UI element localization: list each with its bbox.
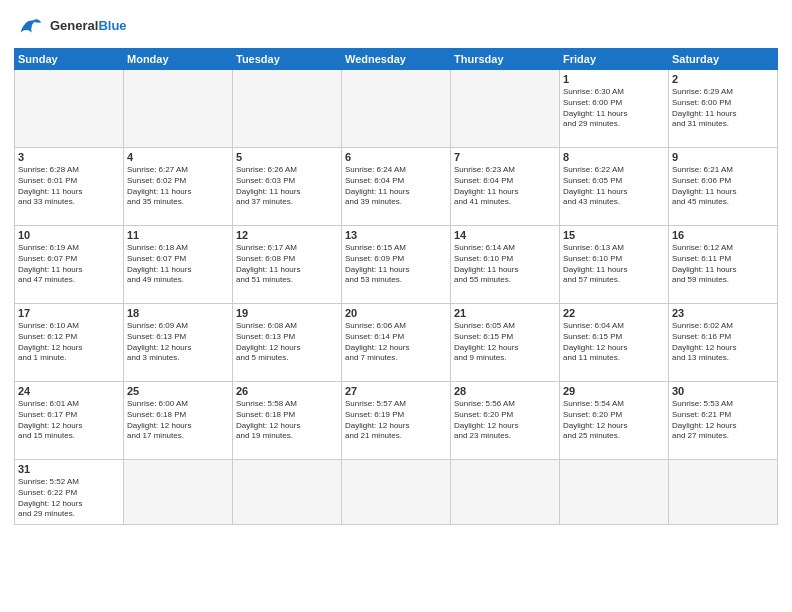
- day-info: Sunrise: 6:21 AM Sunset: 6:06 PM Dayligh…: [672, 165, 774, 208]
- calendar-cell: 22Sunrise: 6:04 AM Sunset: 6:15 PM Dayli…: [560, 304, 669, 382]
- day-info: Sunrise: 6:24 AM Sunset: 6:04 PM Dayligh…: [345, 165, 447, 208]
- day-info: Sunrise: 6:14 AM Sunset: 6:10 PM Dayligh…: [454, 243, 556, 286]
- calendar-header: SundayMondayTuesdayWednesdayThursdayFrid…: [15, 49, 778, 70]
- calendar-cell: 31Sunrise: 5:52 AM Sunset: 6:22 PM Dayli…: [15, 460, 124, 525]
- calendar-cell: 26Sunrise: 5:58 AM Sunset: 6:18 PM Dayli…: [233, 382, 342, 460]
- day-number: 21: [454, 307, 556, 319]
- calendar-cell: [560, 460, 669, 525]
- calendar-row: 1Sunrise: 6:30 AM Sunset: 6:00 PM Daylig…: [15, 70, 778, 148]
- day-number: 10: [18, 229, 120, 241]
- day-number: 22: [563, 307, 665, 319]
- weekday-header: Wednesday: [342, 49, 451, 70]
- calendar-cell: 19Sunrise: 6:08 AM Sunset: 6:13 PM Dayli…: [233, 304, 342, 382]
- day-info: Sunrise: 6:00 AM Sunset: 6:18 PM Dayligh…: [127, 399, 229, 442]
- day-info: Sunrise: 5:56 AM Sunset: 6:20 PM Dayligh…: [454, 399, 556, 442]
- day-number: 6: [345, 151, 447, 163]
- calendar-cell: 17Sunrise: 6:10 AM Sunset: 6:12 PM Dayli…: [15, 304, 124, 382]
- day-info: Sunrise: 6:02 AM Sunset: 6:16 PM Dayligh…: [672, 321, 774, 364]
- day-number: 23: [672, 307, 774, 319]
- calendar-cell: [124, 70, 233, 148]
- day-info: Sunrise: 5:52 AM Sunset: 6:22 PM Dayligh…: [18, 477, 120, 520]
- weekday-header: Saturday: [669, 49, 778, 70]
- day-info: Sunrise: 6:27 AM Sunset: 6:02 PM Dayligh…: [127, 165, 229, 208]
- day-number: 30: [672, 385, 774, 397]
- day-number: 19: [236, 307, 338, 319]
- calendar-cell: [342, 460, 451, 525]
- day-info: Sunrise: 6:18 AM Sunset: 6:07 PM Dayligh…: [127, 243, 229, 286]
- day-number: 4: [127, 151, 229, 163]
- header-row: SundayMondayTuesdayWednesdayThursdayFrid…: [15, 49, 778, 70]
- day-info: Sunrise: 6:30 AM Sunset: 6:00 PM Dayligh…: [563, 87, 665, 130]
- day-number: 28: [454, 385, 556, 397]
- day-info: Sunrise: 6:05 AM Sunset: 6:15 PM Dayligh…: [454, 321, 556, 364]
- day-info: Sunrise: 6:28 AM Sunset: 6:01 PM Dayligh…: [18, 165, 120, 208]
- day-number: 26: [236, 385, 338, 397]
- day-info: Sunrise: 6:15 AM Sunset: 6:09 PM Dayligh…: [345, 243, 447, 286]
- calendar-body: 1Sunrise: 6:30 AM Sunset: 6:00 PM Daylig…: [15, 70, 778, 525]
- day-number: 14: [454, 229, 556, 241]
- weekday-header: Monday: [124, 49, 233, 70]
- day-number: 5: [236, 151, 338, 163]
- calendar-table: SundayMondayTuesdayWednesdayThursdayFrid…: [14, 48, 778, 525]
- day-number: 1: [563, 73, 665, 85]
- day-info: Sunrise: 6:04 AM Sunset: 6:15 PM Dayligh…: [563, 321, 665, 364]
- logo: GeneralBlue: [14, 10, 127, 42]
- calendar-cell: [124, 460, 233, 525]
- calendar-cell: [233, 460, 342, 525]
- day-info: Sunrise: 6:19 AM Sunset: 6:07 PM Dayligh…: [18, 243, 120, 286]
- calendar-cell: 8Sunrise: 6:22 AM Sunset: 6:05 PM Daylig…: [560, 148, 669, 226]
- day-number: 31: [18, 463, 120, 475]
- calendar-row: 24Sunrise: 6:01 AM Sunset: 6:17 PM Dayli…: [15, 382, 778, 460]
- calendar-cell: 7Sunrise: 6:23 AM Sunset: 6:04 PM Daylig…: [451, 148, 560, 226]
- weekday-header: Tuesday: [233, 49, 342, 70]
- day-number: 11: [127, 229, 229, 241]
- calendar-row: 3Sunrise: 6:28 AM Sunset: 6:01 PM Daylig…: [15, 148, 778, 226]
- calendar-cell: [342, 70, 451, 148]
- day-number: 24: [18, 385, 120, 397]
- calendar-row: 17Sunrise: 6:10 AM Sunset: 6:12 PM Dayli…: [15, 304, 778, 382]
- calendar-cell: 23Sunrise: 6:02 AM Sunset: 6:16 PM Dayli…: [669, 304, 778, 382]
- day-info: Sunrise: 6:23 AM Sunset: 6:04 PM Dayligh…: [454, 165, 556, 208]
- calendar-cell: 25Sunrise: 6:00 AM Sunset: 6:18 PM Dayli…: [124, 382, 233, 460]
- day-number: 17: [18, 307, 120, 319]
- day-info: Sunrise: 6:12 AM Sunset: 6:11 PM Dayligh…: [672, 243, 774, 286]
- calendar-cell: 24Sunrise: 6:01 AM Sunset: 6:17 PM Dayli…: [15, 382, 124, 460]
- day-info: Sunrise: 6:17 AM Sunset: 6:08 PM Dayligh…: [236, 243, 338, 286]
- day-info: Sunrise: 6:09 AM Sunset: 6:13 PM Dayligh…: [127, 321, 229, 364]
- calendar-cell: [233, 70, 342, 148]
- calendar-cell: 12Sunrise: 6:17 AM Sunset: 6:08 PM Dayli…: [233, 226, 342, 304]
- day-number: 2: [672, 73, 774, 85]
- day-number: 20: [345, 307, 447, 319]
- calendar-cell: 29Sunrise: 5:54 AM Sunset: 6:20 PM Dayli…: [560, 382, 669, 460]
- day-info: Sunrise: 6:10 AM Sunset: 6:12 PM Dayligh…: [18, 321, 120, 364]
- day-info: Sunrise: 6:08 AM Sunset: 6:13 PM Dayligh…: [236, 321, 338, 364]
- day-info: Sunrise: 5:58 AM Sunset: 6:18 PM Dayligh…: [236, 399, 338, 442]
- logo-text: GeneralBlue: [50, 19, 127, 34]
- calendar-cell: 16Sunrise: 6:12 AM Sunset: 6:11 PM Dayli…: [669, 226, 778, 304]
- calendar-cell: [451, 70, 560, 148]
- weekday-header: Sunday: [15, 49, 124, 70]
- day-number: 16: [672, 229, 774, 241]
- weekday-header: Friday: [560, 49, 669, 70]
- calendar-cell: 11Sunrise: 6:18 AM Sunset: 6:07 PM Dayli…: [124, 226, 233, 304]
- day-number: 15: [563, 229, 665, 241]
- calendar-cell: 30Sunrise: 5:53 AM Sunset: 6:21 PM Dayli…: [669, 382, 778, 460]
- calendar-cell: 5Sunrise: 6:26 AM Sunset: 6:03 PM Daylig…: [233, 148, 342, 226]
- day-info: Sunrise: 6:26 AM Sunset: 6:03 PM Dayligh…: [236, 165, 338, 208]
- header: GeneralBlue: [14, 10, 778, 42]
- day-number: 13: [345, 229, 447, 241]
- day-info: Sunrise: 6:22 AM Sunset: 6:05 PM Dayligh…: [563, 165, 665, 208]
- day-number: 8: [563, 151, 665, 163]
- day-info: Sunrise: 6:01 AM Sunset: 6:17 PM Dayligh…: [18, 399, 120, 442]
- calendar-cell: 3Sunrise: 6:28 AM Sunset: 6:01 PM Daylig…: [15, 148, 124, 226]
- calendar-cell: 9Sunrise: 6:21 AM Sunset: 6:06 PM Daylig…: [669, 148, 778, 226]
- calendar-cell: 6Sunrise: 6:24 AM Sunset: 6:04 PM Daylig…: [342, 148, 451, 226]
- day-info: Sunrise: 6:06 AM Sunset: 6:14 PM Dayligh…: [345, 321, 447, 364]
- calendar-cell: 2Sunrise: 6:29 AM Sunset: 6:00 PM Daylig…: [669, 70, 778, 148]
- calendar-cell: [15, 70, 124, 148]
- page: GeneralBlue SundayMondayTuesdayWednesday…: [0, 0, 792, 612]
- day-info: Sunrise: 5:57 AM Sunset: 6:19 PM Dayligh…: [345, 399, 447, 442]
- calendar-cell: 1Sunrise: 6:30 AM Sunset: 6:00 PM Daylig…: [560, 70, 669, 148]
- day-number: 25: [127, 385, 229, 397]
- day-info: Sunrise: 5:54 AM Sunset: 6:20 PM Dayligh…: [563, 399, 665, 442]
